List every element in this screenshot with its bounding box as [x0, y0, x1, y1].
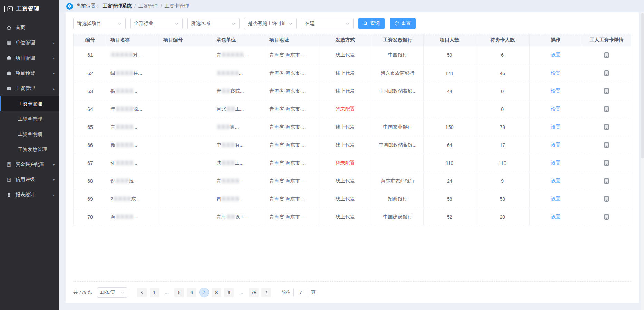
settings-link[interactable]: 设置 [551, 124, 560, 130]
cell-address: 青海省-海东市-... [266, 82, 319, 100]
settings-link[interactable]: 设置 [551, 160, 560, 166]
refresh-icon [394, 21, 399, 26]
contractor-redacted: 某某某某 [221, 196, 239, 201]
sidebar-item-home[interactable]: 首页 [0, 20, 59, 35]
wage-card-detail-icon[interactable] [604, 106, 609, 112]
cell-bank: 中国邮政储蓄银... [372, 82, 424, 100]
page-button[interactable]: 78 [249, 288, 259, 297]
next-page-button[interactable] [261, 288, 271, 297]
settings-link[interactable]: 设置 [551, 88, 560, 94]
cell-contractor: 四某某某某... [213, 190, 266, 208]
cell-project-name: 年某某某某源... [107, 100, 160, 118]
chevron-down-icon: ▾ [53, 56, 55, 60]
settings-link[interactable]: 设置 [551, 70, 560, 76]
cell-pay-mode: 暂未配置 [319, 100, 372, 118]
total-count: 共 779 条 [73, 289, 92, 295]
wage-card-detail-icon[interactable] [604, 52, 609, 58]
filter-select[interactable]: 请选择项目 [73, 18, 126, 29]
settings-link[interactable]: 设置 [551, 142, 560, 148]
cell-pay-mode: 线上代发 [319, 190, 372, 208]
filter-select[interactable]: 全部行业 [130, 18, 183, 29]
reset-button[interactable]: 重置 [390, 18, 416, 29]
cell-action: 设置 [530, 172, 582, 190]
scrollbar-thumb[interactable] [641, 13, 644, 158]
wage-card-detail-icon[interactable] [604, 214, 609, 220]
table-row: 68 倪某某某拉... 青某某某某... 青海省-海东市-... 线上代发 海东… [74, 172, 631, 190]
page-button[interactable]: 7 [199, 288, 209, 297]
page-button[interactable]: 6 [187, 288, 196, 297]
prev-page-button[interactable] [137, 288, 147, 297]
project-name-suffix: ... [133, 88, 137, 94]
building-icon [6, 40, 12, 46]
project-name-prefix: 化 [110, 160, 115, 166]
cell-address: 青海省-海东市-... [266, 64, 319, 82]
contractor-suffix: ... [244, 52, 248, 57]
cell-address: 青海省-海东市-... [266, 136, 319, 154]
page-button[interactable]: 1 [150, 288, 159, 297]
sidebar-item-project[interactable]: 项目管理 ▾ [0, 50, 59, 66]
settings-link[interactable]: 设置 [551, 52, 560, 57]
wage-card-detail-icon[interactable] [604, 178, 609, 184]
settings-link[interactable]: 设置 [551, 196, 560, 201]
sidebar-subitem-wage-card[interactable]: 工资卡管理 [0, 96, 59, 111]
sidebar-item-warning[interactable]: 项目预警 ▾ [0, 66, 59, 81]
filter-select[interactable]: 所选区域 [187, 18, 240, 29]
contractor-redacted: 某某 [226, 214, 235, 219]
vertical-scrollbar[interactable] [641, 12, 644, 310]
page-button[interactable]: 9 [224, 288, 234, 297]
cell-pending: 17 [475, 136, 530, 154]
sidebar-item-report[interactable]: 报表统计 ▾ [0, 187, 59, 203]
project-name-prefix: 海 [110, 214, 115, 219]
chevron-down-icon: ▾ [53, 178, 55, 182]
settings-link[interactable]: 设置 [551, 214, 560, 219]
location-pin-icon [66, 3, 73, 10]
page-button[interactable]: ... [162, 288, 172, 297]
sidebar-item-fund[interactable]: ¥ 资金账户配置 ▾ [0, 157, 59, 172]
filter-select[interactable]: 是否有施工许可证 [244, 18, 297, 29]
page-button[interactable]: ... [237, 288, 246, 297]
col-id: 编号 [74, 34, 107, 46]
contractor-prefix: 中 [217, 142, 221, 148]
wage-card-detail-icon[interactable] [604, 196, 609, 202]
wage-card-detail-icon[interactable] [604, 142, 609, 148]
cell-pending: 0 [475, 100, 530, 118]
goto-page-input[interactable] [293, 288, 308, 297]
wage-card-detail-icon[interactable] [604, 160, 609, 166]
contractor-redacted: 某某某某 [221, 178, 239, 184]
sidebar-subitem-wage-detail[interactable]: 工资单明细 [0, 126, 59, 142]
settings-link[interactable]: 设置 [551, 178, 560, 184]
page-size-select[interactable]: 10条/页 [97, 287, 127, 298]
wage-card-detail-icon[interactable] [604, 124, 609, 130]
page-button[interactable]: 5 [174, 288, 184, 297]
table-row: 61 某某某某某对... 青某某某某某... 青海省-海东市-... 线上代发 … [74, 46, 631, 64]
cell-id: 66 [74, 136, 107, 154]
filter-select[interactable]: 在建 [301, 18, 354, 29]
cell-project-name: 某某某某某对... [107, 46, 160, 64]
breadcrumb-level1[interactable]: 工资管理 [138, 3, 158, 9]
sidebar-item-credit[interactable]: ¥ 信用评级 ▾ [0, 172, 59, 187]
settings-link[interactable]: 设置 [551, 106, 560, 112]
table-row: 64 年某某某某源... 河北某某工... 青海省-海东市-... 暂未配置 0… [74, 100, 631, 118]
contractor-suffix: ... [239, 70, 243, 76]
contractor-redacted: 某某 [221, 88, 230, 94]
goto-unit: 页 [311, 289, 316, 295]
wage-card-detail-icon[interactable] [604, 88, 609, 94]
cell-id: 61 [74, 46, 107, 64]
cell-pending: 20 [475, 208, 530, 226]
contractor-prefix: 青 [217, 52, 221, 57]
cell-bank: 中国建设银行 [372, 208, 424, 226]
page-button[interactable]: 8 [212, 288, 221, 297]
pay-mode-value: 线上代发 [336, 214, 355, 219]
sidebar-item-wage[interactable]: 工资管理 ▴ [0, 81, 59, 96]
wage-card-detail-icon[interactable] [604, 70, 609, 76]
cell-project-code [160, 208, 213, 226]
cell-contractor: 中某某某有... [213, 136, 266, 154]
sidebar-item-label: 工资管理 [16, 85, 35, 92]
sidebar-subitem-wage-payout[interactable]: 工资发放管理 [0, 142, 59, 157]
project-name-suffix: 住... [133, 70, 142, 76]
sidebar-item-unit[interactable]: 单位管理 ▾ [0, 35, 59, 50]
project-name-redacted: 某某某某 [113, 196, 131, 201]
cell-contractor: 青海某某设工... [213, 208, 266, 226]
query-button[interactable]: 查询 [358, 18, 385, 29]
sidebar-subitem-wage-sheet[interactable]: 工资单管理 [0, 111, 59, 126]
